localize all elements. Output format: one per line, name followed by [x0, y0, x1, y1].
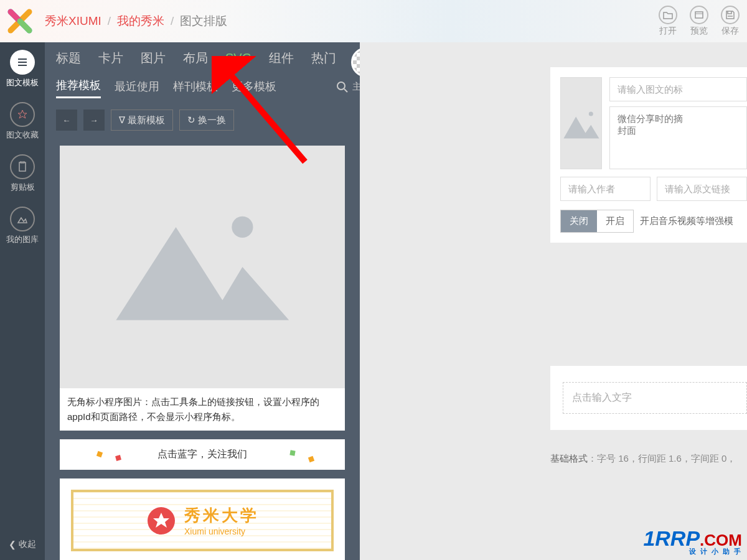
template-list[interactable]: 无角标小程序图片：点击工具条上的链接按钮，设置小程序的appId和页面路径，不会… [45, 137, 360, 560]
nav-forward-button[interactable]: → [83, 110, 105, 131]
confetti-icon [115, 455, 121, 461]
gallery-icon [10, 207, 35, 231]
breadcrumb-sep: / [108, 14, 111, 28]
summary-input[interactable] [609, 106, 747, 169]
text-entry-input[interactable]: 点击输入文字 [563, 382, 747, 414]
watermark: 1RRP.COM 设 计 小 助 手 [643, 526, 742, 556]
tab-hot[interactable]: 热门 [311, 50, 336, 70]
format-label: 基础格式 [550, 453, 588, 464]
title-input[interactable] [609, 77, 747, 101]
svg-marker-5 [18, 110, 27, 118]
tab-svg[interactable]: SVG [225, 51, 251, 69]
subtab-more[interactable]: 更多模板 [232, 79, 276, 98]
sidebar-item-clipboard[interactable]: 剪贴板 [10, 154, 35, 193]
toggle-on-button[interactable]: 开启 [597, 210, 633, 232]
top-header: 秀米XIUMI / 我的秀米 / 图文排版 打开 预览 保存 [0, 0, 747, 42]
chevron-left-icon: ❮ [9, 539, 16, 549]
clipboard-icon [10, 154, 35, 179]
favorites-icon [10, 102, 35, 127]
sidebar-item-label: 图文模板 [6, 77, 39, 88]
template-card[interactable]: 无角标小程序图片：点击工具条上的链接按钮，设置小程序的appId和页面路径，不会… [60, 146, 345, 431]
svg-point-10 [232, 217, 253, 238]
nav-back-button[interactable]: ← [56, 110, 77, 131]
open-button[interactable]: 打开 [659, 6, 677, 37]
badge-icon [146, 505, 177, 536]
placeholder-image-icon [561, 78, 601, 169]
breadcrumb-current: 图文排版 [180, 13, 227, 29]
confetti-icon [96, 451, 103, 457]
enhanced-mode-toggle[interactable]: 关闭 开启 [560, 210, 634, 233]
sidebar-collapse[interactable]: ❮ 收起 [9, 539, 36, 550]
template-toolbar: ← → ∇最新模板 ↻换一换 [45, 103, 360, 137]
toggle-off-button[interactable]: 关闭 [561, 210, 597, 232]
article-meta-panel: 关闭 开启 开启音乐视频等增强模 [550, 67, 747, 243]
preview-button[interactable]: 预览 [690, 6, 708, 37]
filter-icon: ∇ [119, 114, 125, 126]
certificate-inner: 秀米大学 Xiumi university [71, 490, 334, 551]
header-actions: 打开 预览 保存 [659, 6, 740, 37]
svg-rect-6 [19, 162, 26, 171]
arrow-left-icon: ← [62, 116, 70, 125]
sidebar-item-templates[interactable]: 图文模板 [6, 50, 39, 88]
save-button[interactable]: 保存 [721, 6, 740, 37]
confetti-icon [289, 450, 295, 455]
sidebar-item-favorites[interactable]: 图文收藏 [6, 102, 39, 141]
template-panel: 标题 卡片 图片 布局 SVG 组件 热门 推荐模板 最近使用 样刊模板 更多模… [45, 42, 360, 560]
templates-icon [10, 50, 35, 75]
breadcrumb-my[interactable]: 我的秀米 [117, 13, 164, 29]
template-card[interactable]: 点击蓝字，关注我们 [60, 439, 345, 470]
shuffle-button[interactable]: ↻换一换 [179, 110, 234, 131]
tab-image[interactable]: 图片 [141, 50, 166, 70]
tab-title[interactable]: 标题 [56, 50, 81, 70]
template-card[interactable]: 秀米大学 Xiumi university [60, 478, 345, 560]
breadcrumb-brand[interactable]: 秀米XIUMI [45, 13, 101, 29]
save-icon [721, 6, 740, 24]
preview-icon [690, 6, 708, 24]
tab-component[interactable]: 组件 [269, 50, 294, 70]
confetti-icon [308, 456, 314, 462]
breadcrumb: 秀米XIUMI / 我的秀米 / 图文排版 [45, 13, 227, 29]
text-entry-panel: 点击输入文字 [550, 366, 747, 430]
app-logo [7, 9, 32, 34]
tab-card[interactable]: 卡片 [98, 50, 123, 70]
cert-title: 秀米大学 [184, 505, 259, 526]
svg-point-13 [589, 112, 593, 116]
arrow-right-icon: → [90, 116, 98, 125]
toggle-label: 开启音乐视频等增强模 [640, 215, 733, 227]
folder-icon [659, 6, 677, 24]
banner-text: 点击蓝字，关注我们 [157, 449, 247, 459]
tab-layout[interactable]: 布局 [183, 50, 208, 70]
sidebar-item-label: 图文收藏 [6, 129, 39, 141]
svg-rect-0 [695, 12, 703, 18]
cover-image-picker[interactable] [560, 77, 602, 169]
subtab-recommended[interactable]: 推荐模板 [56, 78, 101, 98]
template-category-tabs: 标题 卡片 图片 布局 SVG 组件 热门 [45, 42, 360, 70]
template-subtabs: 推荐模板 最近使用 样刊模板 更多模板 [45, 70, 360, 103]
sidebar-item-gallery[interactable]: 我的图库 [6, 207, 39, 245]
sidebar-item-label: 剪贴板 [11, 182, 35, 193]
author-input[interactable] [560, 177, 651, 201]
canvas-area: 关闭 开启 开启音乐视频等增强模 点击输入文字 基础格式：字号 16，行间距 1… [360, 42, 747, 560]
breadcrumb-sep: / [171, 14, 174, 28]
format-info: 基础格式：字号 16，行间距 1.6，字间距 0， [550, 453, 747, 465]
main-area: 图文模板 图文收藏 剪贴板 我的图库 ❮ 收起 标题 卡片 图片 布局 SVG … [0, 42, 747, 560]
source-link-input[interactable] [657, 177, 747, 201]
template-caption: 无角标小程序图片：点击工具条上的链接按钮，设置小程序的appId和页面路径，不会… [60, 388, 345, 431]
refresh-icon: ↻ [187, 114, 195, 126]
left-sidebar: 图文模板 图文收藏 剪贴板 我的图库 ❮ 收起 [0, 42, 45, 560]
latest-templates-button[interactable]: ∇最新模板 [111, 110, 173, 131]
format-value: ：字号 16，行间距 1.6，字间距 0， [588, 453, 736, 464]
cert-subtitle: Xiumi university [184, 526, 259, 536]
sidebar-item-label: 我的图库 [6, 234, 39, 245]
subtab-sample[interactable]: 样刊模板 [173, 79, 218, 98]
placeholder-image [60, 146, 345, 388]
subtab-recent[interactable]: 最近使用 [115, 79, 159, 98]
